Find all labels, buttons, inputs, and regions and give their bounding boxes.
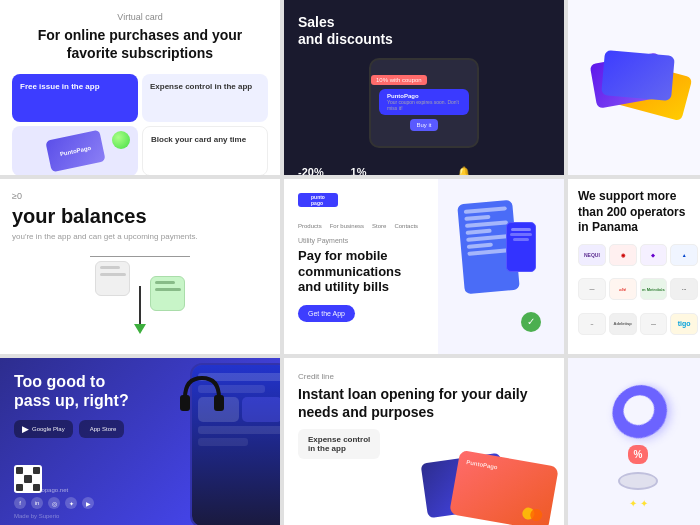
block-card-feature: Block your card any time [142,126,268,175]
mc-circle-2 [529,508,543,522]
card-blue [601,50,675,101]
operator-stripe2: ~ [578,313,606,335]
qr-c4 [16,475,23,482]
qr-c5 [24,475,31,482]
social-linkedin[interactable]: in [31,497,43,509]
nav-business[interactable]: For business [330,223,364,229]
nav-contacts[interactable]: Contacts [394,223,418,229]
mastercard-icon [458,496,543,522]
nav-links: Products For business Store Contacts [298,223,424,229]
cell-balance: ≥0 your balances you're in the app and c… [0,179,280,354]
stat-notif: 🔔 Get push notifications from PuntoPago … [457,166,550,175]
balance-visual [12,249,268,342]
screen-card-2 [242,397,281,422]
social-facebook[interactable]: f [14,497,26,509]
headphones-decoration [180,373,225,427]
notif-text: Your coupon expires soon. Don't miss it! [387,99,461,111]
stars-decoration: ✦ ✦ [629,498,648,509]
credit-subtitle: Credit line [298,372,550,381]
get-app-button[interactable]: Get the App [298,305,355,322]
ball-decoration [112,131,130,149]
buy-button[interactable]: Buy it [410,119,437,131]
cards-stack [588,53,688,123]
receipt-line-5 [466,234,509,242]
receipt-line-7 [467,248,510,256]
receipt-line-6 [467,242,493,248]
operator-tigo: tigo [670,313,698,335]
operator-blue: ▲ [670,244,698,266]
operator-plus: ··· [670,278,698,300]
svg-rect-1 [214,395,224,411]
notif-value: 🔔 [457,166,550,175]
discount-value: -20% [298,166,339,175]
cylinder-decoration [618,472,658,490]
sales-stats: -20% Buy with additional discounts 1% We… [298,166,550,175]
phone-area: 10% with coupon PuntoPago Your coupon ex… [298,58,550,148]
sale-tag: 10% with coupon [371,75,427,85]
stat-percent: 1% We regularly arrange coupons for addi… [351,166,445,175]
credit-card-logo: PuntoPago [466,459,550,479]
nav-products[interactable]: Products [298,223,322,229]
scale-visual [90,256,190,336]
app-main-title: Too good to pass up, right? [14,372,134,410]
arrow-down-icon [134,324,146,334]
social-twitter[interactable]: ✦ [65,497,77,509]
nav-store[interactable]: Store [372,223,386,229]
cell-credit: Credit line Instant loan opening for you… [284,358,564,525]
phone-mockup: 10% with coupon PuntoPago Your coupon ex… [369,58,479,148]
card-visual-feature: PuntoPago [12,126,138,175]
operator-claro: clié [609,278,637,300]
operator-stripe1: — [578,278,606,300]
cell-virtual-card: Virtual card For online purchases and yo… [0,0,280,175]
notification-bar: PuntoPago Your coupon expires soon. Don'… [379,89,469,115]
google-play-label: Google Play [32,426,65,432]
qr-c2 [24,467,31,474]
scale-left-box [95,261,130,296]
utility-title: Pay for mobile communications and utilit… [298,248,424,295]
operator-adel: Adeletisp [609,313,637,335]
receipt-line-4 [466,228,492,234]
receipt-line-2 [464,214,490,220]
check-icon: ✓ [521,312,541,332]
operator-purple: ◆ [640,244,668,266]
receipt-line-3 [465,220,508,228]
qr-c1 [16,467,23,474]
qr-c3 [33,467,40,474]
free-issue-feature: Free issue in the app [12,74,138,122]
scale-horizontal-bar [90,256,190,257]
features-grid: Free issue in the app Expense control in… [12,74,268,175]
screen-item-3 [198,426,280,434]
percent-value: 1% [351,166,445,175]
card-decoration: PuntoPago [45,130,105,173]
operator-nequi: NEQUI [578,244,606,266]
scale-right-box [150,276,185,311]
cell-utility: puntopago Products For business Store Co… [284,179,564,354]
panama-title: We support more than 200 operators in Pa… [578,189,698,236]
expense-control-text: Expense control in the app [150,82,260,92]
star-2: ✦ [640,498,648,509]
credit-title: Instant loan opening for your daily need… [298,385,550,421]
social-youtube[interactable]: ▶ [82,497,94,509]
utility-right-panel: ✓ [438,179,564,354]
receipt-line-1 [464,206,507,214]
virtual-card-title: For online purchases and your favorite s… [12,26,268,62]
app-store-badge[interactable]: App Store [79,420,125,438]
qr-c8 [24,484,31,491]
free-issue-text: Free issue in the app [20,82,130,92]
qr-code [14,465,42,493]
nav-bar: puntopago [298,193,424,215]
qr-c6 [33,475,40,482]
cell-cards-visual [568,0,700,175]
google-play-badge[interactable]: ▶ Google Play [14,420,73,438]
app-store-label: App Store [90,426,117,432]
qr-c7 [16,484,23,491]
virtual-card-label: Virtual card [117,12,162,22]
headphones-svg [180,373,225,423]
operator-metro: m Metrobús [640,278,668,300]
sales-title: Salesand discounts [298,14,550,48]
phone-small-visual [506,222,536,272]
cell-3d-decorative: % ✦ ✦ [568,358,700,525]
cell-sales: Salesand discounts 10% with coupon Punto… [284,0,564,175]
cell-app-download: Too good to pass up, right? ▶ Google Pla… [0,358,280,525]
social-instagram[interactable]: ◎ [48,497,60,509]
